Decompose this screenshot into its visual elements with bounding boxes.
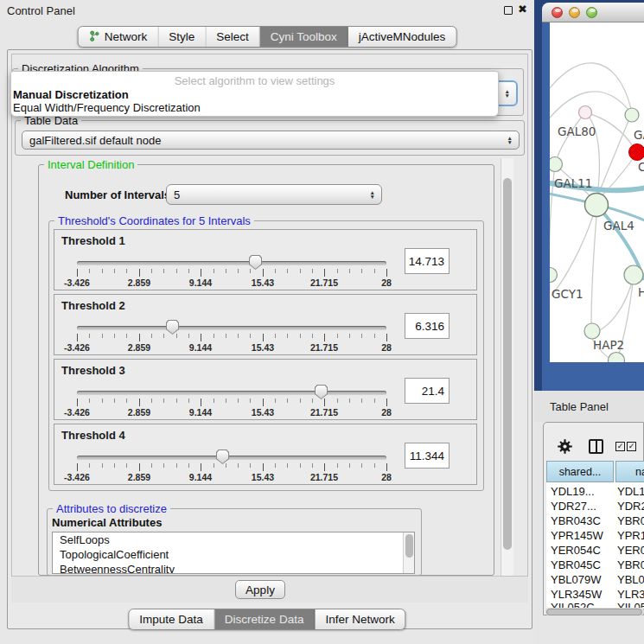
tick-label: 21.715 bbox=[310, 472, 338, 482]
network-graph: GAL80 GA C GAL11 GAL4 GCY1 H HAP2 bbox=[550, 22, 644, 362]
scrollbar-thumb[interactable] bbox=[503, 178, 512, 550]
scrollbar-thumb[interactable] bbox=[405, 534, 413, 558]
panel-vertical-scrollbar[interactable] bbox=[501, 158, 513, 576]
tick-label: 15.43 bbox=[252, 472, 274, 482]
table-horizontal-scrollbar[interactable] bbox=[545, 608, 644, 615]
list-item[interactable]: TopologicalCoefficient bbox=[53, 547, 414, 562]
cell-shared-name: YPR145W bbox=[551, 529, 603, 542]
table-row[interactable]: YBR045CYBR04 bbox=[546, 558, 644, 573]
table-row[interactable]: YDL19...YDL19 bbox=[546, 485, 644, 500]
list-item[interactable]: BetweennessCentrality bbox=[53, 562, 414, 574]
threshold-panel-4: Threshold 4 -3.426 2.859 9.144 15.43 21.… bbox=[54, 424, 477, 485]
network-node[interactable] bbox=[550, 157, 563, 172]
threshold-slider-track[interactable] bbox=[77, 456, 386, 460]
network-node[interactable] bbox=[625, 108, 639, 122]
column-header-shared-name[interactable]: shared... bbox=[546, 461, 614, 482]
threshold-slider-track[interactable] bbox=[77, 391, 386, 395]
tick-label: 15.43 bbox=[252, 342, 274, 353]
split-columns-icon[interactable] bbox=[589, 439, 603, 454]
network-node-pink[interactable] bbox=[579, 106, 592, 119]
cell-name: YDR27 bbox=[617, 500, 644, 513]
network-node[interactable] bbox=[550, 268, 558, 283]
node-label-hap2: HAP2 bbox=[593, 338, 624, 352]
slider-ticks bbox=[77, 399, 387, 406]
threshold-slider-thumb[interactable] bbox=[216, 450, 229, 464]
tab-label: Style bbox=[169, 30, 194, 43]
list-item[interactable]: SelfLoops bbox=[53, 532, 414, 547]
tab-cyni-toolbox[interactable]: Cyni Toolbox bbox=[260, 27, 348, 47]
tab-network[interactable]: Network bbox=[79, 27, 159, 47]
tick-label: 28 bbox=[381, 277, 392, 288]
network-node[interactable] bbox=[624, 265, 643, 284]
table-row[interactable]: YBR043CYBR04 bbox=[546, 514, 644, 529]
scrollbar-thumb[interactable] bbox=[546, 609, 642, 615]
combo-arrows-icon: ▲▼ bbox=[507, 136, 513, 144]
threshold-value-field[interactable]: 14.713 bbox=[405, 248, 450, 274]
cell-shared-name: YDR27... bbox=[551, 500, 596, 513]
tab-jactivemnodules[interactable]: jActiveMNodules bbox=[348, 27, 456, 47]
tab-infer-network[interactable]: Infer Network bbox=[315, 609, 405, 629]
popup-item-equal-width-frequency[interactable]: Equal Width/Frequency Discretization bbox=[13, 101, 201, 114]
tick-label: 9.144 bbox=[189, 472, 212, 482]
threshold-slider-thumb[interactable] bbox=[315, 385, 328, 399]
tick-label: 2.859 bbox=[128, 342, 150, 353]
node-label-clipped: H bbox=[638, 285, 644, 299]
slider-ticks bbox=[77, 334, 387, 341]
close-traffic-light-icon[interactable] bbox=[552, 7, 563, 18]
thresholds-legend: Threshold's Coordinates for 5 Intervals bbox=[54, 214, 254, 227]
table-row[interactable]: YDR27...YDR27 bbox=[546, 500, 644, 514]
cell-name: YLR34 bbox=[617, 588, 644, 601]
checkbox-icon[interactable]: ✓ bbox=[615, 442, 625, 451]
number-of-intervals-value: 5 bbox=[174, 188, 180, 201]
threshold-panel-2: Threshold 2 -3.426 2.859 9.144 15.43 21.… bbox=[54, 294, 477, 355]
threshold-value-field[interactable]: 21.4 bbox=[405, 378, 450, 404]
control-panel: Control Panel ✖ Network Style Select Cyn… bbox=[0, 0, 534, 644]
node-label-clipped: GA bbox=[634, 128, 644, 142]
threshold-slider-track[interactable] bbox=[77, 261, 386, 265]
tab-impute-data[interactable]: Impute Data bbox=[129, 609, 214, 629]
threshold-slider-thumb[interactable] bbox=[249, 255, 262, 270]
zoom-traffic-light-icon[interactable] bbox=[586, 7, 597, 18]
column-header-name[interactable]: name bbox=[615, 461, 644, 482]
table-row[interactable]: YBL079WYBL07 bbox=[546, 573, 644, 588]
tab-select[interactable]: Select bbox=[206, 27, 260, 47]
table-settings-gear-icon[interactable] bbox=[558, 439, 572, 457]
tick-label: 2.859 bbox=[128, 472, 150, 482]
network-node-red-selected[interactable] bbox=[629, 144, 644, 161]
tick-label: 9.144 bbox=[189, 407, 212, 418]
table-row[interactable]: YER054CYER05 bbox=[546, 544, 644, 558]
checkbox-icon[interactable]: ✓ bbox=[627, 442, 636, 451]
close-icon[interactable]: ✖ bbox=[518, 3, 527, 16]
threshold-value-field[interactable]: 6.316 bbox=[405, 313, 450, 339]
number-of-intervals-combobox[interactable]: 5 ▲▼ bbox=[166, 184, 382, 205]
network-node-gal4[interactable] bbox=[585, 194, 609, 217]
apply-button[interactable]: Apply bbox=[235, 580, 285, 599]
network-node-hap2[interactable] bbox=[584, 323, 600, 339]
threshold-label: Threshold 1 bbox=[61, 234, 125, 247]
tick-label: 9.144 bbox=[189, 342, 212, 353]
popup-item-manual-discretization[interactable]: Manual Discretization bbox=[13, 88, 129, 101]
minimize-traffic-light-icon[interactable] bbox=[569, 7, 580, 18]
tab-label: Network bbox=[105, 30, 148, 43]
list-vertical-scrollbar[interactable] bbox=[403, 532, 414, 573]
network-view-canvas[interactable]: GAL80 GA C GAL11 GAL4 GCY1 H HAP2 bbox=[550, 22, 644, 362]
table-row[interactable]: YPR145WYPR14 bbox=[546, 529, 644, 544]
network-window-titlebar[interactable] bbox=[542, 3, 644, 22]
node-label-gcy1: GCY1 bbox=[552, 287, 583, 301]
float-window-icon[interactable] bbox=[504, 6, 513, 15]
combo-arrows-icon: ▲▼ bbox=[370, 190, 375, 199]
threshold-slider-track[interactable] bbox=[77, 326, 386, 330]
table-rows-area: YDL19...YDL19 YDR27...YDR27 YBR043CYBR04… bbox=[546, 482, 644, 609]
threshold-slider-thumb[interactable] bbox=[166, 320, 179, 335]
tab-discretize-data[interactable]: Discretize Data bbox=[214, 609, 316, 629]
tab-style[interactable]: Style bbox=[158, 27, 206, 47]
threshold-value-field[interactable]: 11.344 bbox=[405, 443, 450, 469]
slider-tick-labels: -3.426 2.859 9.144 15.43 21.715 28 bbox=[77, 472, 386, 482]
combo-arrows-icon: ▲▼ bbox=[505, 89, 510, 98]
table-panel-title: Table Panel bbox=[550, 400, 609, 413]
network-node[interactable] bbox=[609, 353, 625, 363]
table-data-combobox[interactable]: galFiltered.sif default node ▲▼ bbox=[22, 131, 520, 150]
node-label-gal80: GAL80 bbox=[558, 124, 596, 138]
cell-shared-name: YBL079W bbox=[551, 573, 602, 586]
tab-label: Discretize Data bbox=[225, 613, 304, 626]
